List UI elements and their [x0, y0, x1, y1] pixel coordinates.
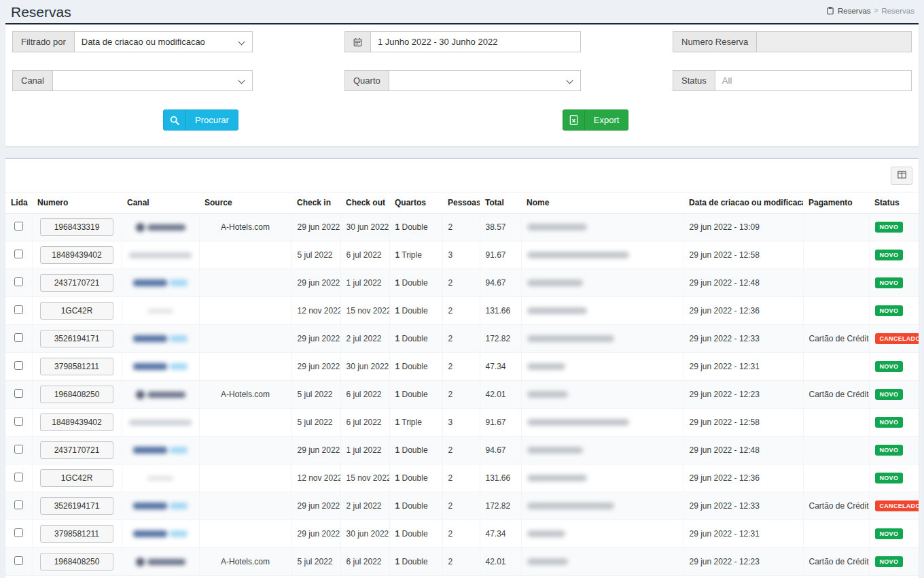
check-out-cell: 1 jul 2022 — [340, 437, 389, 464]
nome-cell — [521, 353, 683, 381]
status-badge: NOVO — [875, 250, 904, 260]
channel-logo-redacted — [128, 252, 194, 258]
reservation-number-button[interactable]: 2437170721 — [40, 274, 113, 292]
reservation-number-button[interactable]: 1968433319 — [40, 218, 113, 236]
row-checkbox[interactable] — [14, 500, 23, 509]
column-header-pessoas: Pessoas — [442, 192, 480, 214]
table-row: 379858121129 jun 202230 jun 20221 Double… — [5, 520, 919, 548]
reservation-number-button[interactable]: 3526194171 — [40, 330, 113, 347]
reservation-number-button[interactable]: 1GC42R — [40, 469, 113, 487]
pessoas-cell: 3 — [442, 409, 480, 437]
pagamento-cell — [803, 269, 869, 297]
created-date-cell: 29 jun 2022 - 12:48 — [683, 269, 803, 297]
reservation-number-button[interactable]: 2437170721 — [40, 441, 113, 459]
table-row: 243717072129 jun 20221 jul 20221 Double2… — [5, 437, 919, 464]
row-checkbox[interactable] — [14, 389, 23, 398]
nome-cell — [521, 437, 683, 464]
reservation-number-button[interactable]: 1GC42R — [40, 302, 113, 320]
row-checkbox[interactable] — [14, 473, 23, 481]
reservation-number-button[interactable]: 18489439402 — [40, 246, 113, 264]
reservation-number-button[interactable]: 3526194171 — [40, 497, 113, 515]
status-badge: NOVO — [875, 417, 904, 428]
canal-cell — [122, 520, 199, 548]
row-checkbox[interactable] — [14, 305, 23, 314]
lida-cell — [5, 325, 32, 353]
status-badge: NOVO — [875, 445, 904, 456]
reservation-number-label: Numero Reserva — [673, 31, 756, 52]
check-in-cell: 29 jun 2022 — [291, 520, 340, 548]
guest-name-redacted — [527, 475, 587, 481]
search-button[interactable]: Procurar — [163, 109, 238, 131]
status-input[interactable]: All — [715, 70, 912, 91]
guest-name-redacted — [527, 252, 629, 258]
status-cell: NOVO — [869, 381, 919, 409]
channel-logo-redacted — [128, 363, 194, 370]
pagamento-cell — [803, 409, 869, 437]
canal-cell — [122, 325, 199, 353]
pagamento-cell — [803, 520, 869, 548]
reservation-number-group: Numero Reserva — [673, 31, 912, 52]
guest-name-redacted — [527, 363, 565, 370]
reservation-number-input[interactable] — [756, 31, 912, 52]
numero-cell: 1968408250 — [32, 548, 122, 576]
canal-cell — [122, 548, 199, 576]
nome-cell — [521, 492, 683, 520]
row-checkbox[interactable] — [14, 556, 23, 565]
check-out-cell: 30 jun 2022 — [340, 520, 389, 548]
row-checkbox[interactable] — [14, 445, 23, 454]
row-checkbox[interactable] — [14, 277, 23, 286]
quartos-cell: 1 Double — [389, 325, 442, 353]
columns-toggle-button[interactable] — [891, 167, 912, 185]
row-checkbox[interactable] — [14, 361, 23, 370]
column-header-nome: Nome — [521, 192, 683, 214]
quartos-cell: 1 Double — [389, 492, 442, 520]
created-date-cell: 29 jun 2022 - 12:36 — [683, 464, 803, 492]
breadcrumb-home-link[interactable]: Reservas — [838, 7, 871, 15]
total-cell: 42.01 — [480, 548, 521, 576]
row-checkbox[interactable] — [14, 528, 23, 537]
filtered-by-select[interactable]: Data de criacao ou modificacao — [74, 31, 253, 52]
guest-name-redacted — [527, 530, 565, 537]
reservation-number-button[interactable]: 3798581211 — [40, 358, 113, 375]
column-header-check-in: Check in — [291, 192, 340, 214]
row-checkbox[interactable] — [14, 222, 23, 231]
lida-cell — [5, 437, 32, 464]
reservation-number-button[interactable]: 18489439402 — [40, 413, 113, 431]
channel-logo-redacted — [128, 558, 194, 566]
total-cell: 91.67 — [480, 241, 521, 269]
export-button[interactable]: Export — [563, 109, 629, 131]
pessoas-cell: 2 — [442, 548, 480, 576]
check-in-cell: 29 jun 2022 — [291, 437, 340, 464]
quartos-cell: 1 Double — [389, 269, 442, 297]
lida-cell — [5, 492, 32, 520]
source-cell: A-Hotels.com — [199, 548, 291, 576]
reservation-number-button[interactable]: 1968408250 — [40, 386, 113, 403]
total-cell: 94.67 — [480, 269, 521, 297]
reservation-number-button[interactable]: 3798581211 — [40, 525, 113, 543]
status-badge: NOVO — [875, 389, 904, 400]
row-checkbox[interactable] — [14, 333, 23, 342]
column-header-lida: Lida — [5, 192, 32, 214]
quartos-cell: 1 Triple — [389, 409, 442, 437]
reservation-number-button[interactable]: 1968408250 — [40, 553, 113, 571]
lida-cell — [5, 381, 32, 409]
table-row: 379858121129 jun 202230 jun 20221 Double… — [5, 353, 919, 381]
guest-name-redacted — [527, 307, 587, 314]
channel-logo-redacted — [128, 476, 194, 481]
quartos-cell: 1 Double — [389, 464, 442, 492]
column-header-numero: Numero — [32, 192, 122, 214]
pagamento-cell: Cartão de Crédito — [803, 325, 869, 353]
room-select[interactable] — [389, 70, 581, 91]
breadcrumb-current: Reservas — [881, 7, 914, 15]
lida-cell — [5, 464, 32, 492]
created-date-cell: 29 jun 2022 - 12:31 — [683, 353, 803, 381]
row-checkbox[interactable] — [14, 250, 23, 258]
date-range-input[interactable]: 1 Junho 2022 - 30 Junho 2022 — [370, 31, 581, 52]
check-out-cell: 15 nov 2022 — [340, 297, 389, 325]
channel-select[interactable] — [52, 70, 253, 91]
column-header-data-de-criacao-ou-modificacao: Data de criacao ou modificacao — [683, 192, 803, 214]
source-cell — [199, 464, 291, 492]
search-icon — [164, 110, 186, 130]
row-checkbox[interactable] — [14, 417, 23, 426]
created-date-cell: 29 jun 2022 - 13:09 — [683, 214, 803, 241]
